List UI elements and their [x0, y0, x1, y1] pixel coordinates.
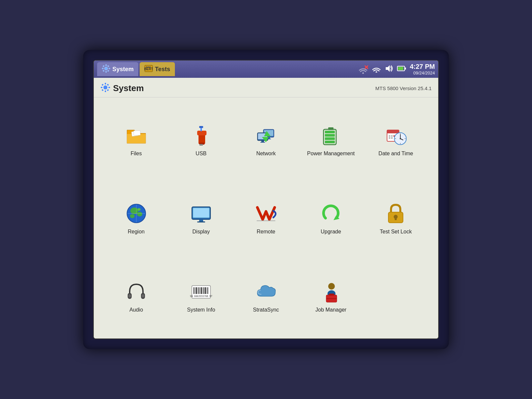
svg-rect-51 [325, 134, 335, 137]
upgrade-label: Upgrade [321, 229, 341, 235]
version-info: MTS 5800 Version 25.4.1 [375, 85, 432, 91]
sysinfo-icon: SN 6663555768 NT [189, 280, 213, 304]
tests-tab-icon: BERT [144, 65, 153, 74]
svg-rect-58 [391, 135, 393, 137]
datetime-label: Date and Time [378, 151, 413, 157]
system-tab-label: System [112, 66, 134, 73]
clock-time: 4:27 PM [410, 63, 435, 70]
svg-point-74 [130, 214, 135, 218]
tab-tests[interactable]: BERT Tests [140, 62, 175, 76]
system-tab-icon [102, 64, 110, 74]
svg-point-18 [376, 71, 377, 73]
title-bar: System BERT Tests [94, 61, 438, 78]
svg-rect-31 [101, 89, 103, 91]
region-item[interactable]: Region [104, 179, 169, 257]
svg-rect-62 [391, 137, 393, 139]
page-title-row: System [100, 82, 144, 94]
svg-rect-105 [207, 287, 208, 294]
lock-icon [384, 201, 408, 225]
svg-rect-12 [146, 66, 147, 67]
svg-rect-8 [103, 70, 104, 71]
svg-rect-101 [202, 287, 203, 294]
svg-rect-98 [199, 287, 199, 294]
svg-text:SN 6663555768 NT: SN 6663555768 NT [190, 295, 212, 298]
content-area: Files USB [94, 97, 438, 338]
svg-rect-3 [102, 68, 103, 69]
page-gear-icon [100, 82, 110, 94]
svg-point-23 [103, 85, 107, 89]
wifi-error-icon [358, 65, 368, 74]
svg-point-15 [362, 72, 364, 74]
remote-item[interactable]: Remote [233, 179, 298, 257]
region-icon [124, 201, 148, 225]
audio-item[interactable]: Audio [104, 257, 169, 335]
svg-rect-53 [325, 141, 335, 143]
svg-point-73 [137, 212, 142, 216]
power-label: Power Management [307, 151, 355, 157]
svg-point-107 [328, 283, 335, 290]
svg-rect-6 [107, 70, 109, 71]
svg-rect-46 [261, 141, 264, 142]
svg-rect-49 [328, 127, 333, 130]
svg-rect-102 [203, 287, 204, 294]
svg-rect-14 [149, 66, 151, 67]
usb-item[interactable]: USB [169, 101, 233, 179]
svg-rect-99 [200, 287, 200, 294]
audio-label: Audio [129, 307, 143, 313]
upgrade-item[interactable]: Upgrade [299, 179, 363, 257]
display-icon [189, 201, 213, 225]
jobmanager-icon [319, 280, 343, 304]
svg-rect-57 [389, 135, 390, 137]
testsetlock-item[interactable]: Test Set Lock [363, 179, 428, 257]
svg-rect-81 [194, 208, 209, 217]
datetime-item[interactable]: Date and Time [363, 101, 428, 179]
svg-rect-82 [199, 219, 203, 221]
svg-rect-37 [200, 144, 203, 146]
network-item[interactable]: Network [233, 101, 298, 179]
svg-rect-7 [107, 65, 109, 67]
svg-rect-13 [148, 66, 149, 67]
remote-icon [254, 201, 278, 225]
svg-rect-36 [197, 131, 206, 135]
sysinfo-item[interactable]: SN 6663555768 NT System Info [169, 257, 233, 335]
svg-rect-61 [389, 137, 390, 139]
svg-rect-1 [106, 65, 107, 66]
usb-icon [189, 123, 213, 147]
svg-point-0 [104, 67, 108, 70]
page-title: System [113, 83, 144, 93]
jobmanager-label: Job Manager [316, 307, 346, 313]
files-label: Files [131, 151, 142, 157]
svg-marker-19 [386, 65, 390, 72]
region-label: Region [128, 229, 145, 235]
battery-icon [397, 65, 406, 74]
svg-rect-110 [329, 294, 334, 296]
remote-label: Remote [257, 229, 275, 235]
svg-rect-97 [198, 287, 198, 294]
display-label: Display [193, 229, 210, 235]
files-item[interactable]: Files [104, 101, 169, 179]
svg-text:BERT: BERT [144, 67, 153, 71]
volume-icon [384, 65, 394, 74]
svg-rect-47 [260, 142, 265, 143]
svg-rect-91 [128, 294, 131, 298]
tab-system[interactable]: System [97, 62, 138, 76]
clock-date: 09/24/2024 [410, 70, 435, 76]
sysinfo-label: System Info [187, 307, 215, 313]
svg-rect-88 [395, 217, 397, 220]
screen: System BERT Tests [93, 60, 439, 339]
display-item[interactable]: Display [169, 179, 233, 257]
power-icon [319, 123, 343, 147]
jobmanager-item[interactable]: Job Manager [299, 257, 363, 335]
svg-rect-5 [103, 65, 104, 67]
svg-rect-104 [206, 287, 207, 294]
stratasync-item[interactable]: StrataSync [233, 257, 298, 335]
page-header: System MTS 5800 Version 25.4.1 [94, 78, 438, 97]
svg-rect-95 [195, 287, 195, 294]
svg-rect-24 [105, 83, 106, 84]
stratasync-label: StrataSync [253, 307, 279, 313]
svg-rect-22 [398, 67, 403, 70]
svg-rect-2 [106, 71, 107, 72]
svg-rect-21 [405, 67, 406, 69]
power-item[interactable]: Power Management [299, 101, 363, 179]
icon-grid: Files USB [104, 101, 428, 335]
